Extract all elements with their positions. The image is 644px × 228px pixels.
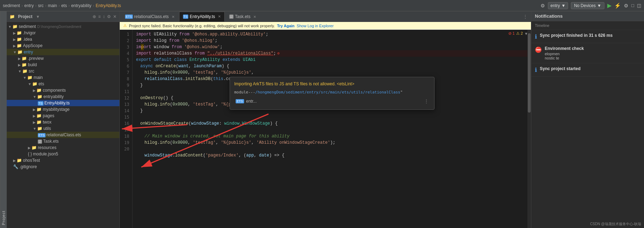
popup-path: module---/hongmengDom/sediment/entry/src… bbox=[234, 90, 430, 95]
code-line-5: export default class EntryAbility extend… bbox=[136, 57, 531, 63]
tree-item-myabilitystage[interactable]: ▶ 📁 myabilitystage bbox=[7, 106, 119, 113]
settings-icon[interactable]: ⚙ bbox=[107, 14, 111, 19]
sidebar-content: ▼ 📁 sediment D:\hongmengDom\sediment ▶ 📁… bbox=[7, 22, 119, 228]
tree-item-hvigor[interactable]: ▶ 📁 .hvigor bbox=[7, 30, 119, 36]
tree-item-gitignore[interactable]: 🔧 .gitignore bbox=[7, 164, 119, 170]
tree-item-entry[interactable]: ▼ 📁 entry bbox=[7, 49, 119, 55]
notif-title-env: Environment check bbox=[545, 46, 640, 51]
tree-item-idea[interactable]: ▶ 📁 .idea bbox=[7, 36, 119, 42]
layout-button[interactable]: □ bbox=[631, 3, 634, 8]
project-tab[interactable]: Project bbox=[0, 11, 7, 228]
breadcrumb: sediment › entry › src › main › ets › en… bbox=[3, 3, 121, 8]
warning-count: ⚠ 2 bbox=[516, 31, 523, 36]
code-line-20: windowStage.loadContent('pages/Index', (… bbox=[136, 152, 531, 159]
tree-item-utils[interactable]: ▼ 📁 utils bbox=[7, 125, 119, 132]
warning-bar: ⚠ Project sync failed. Basic functionali… bbox=[120, 22, 531, 30]
tree-item-entryability-ts[interactable]: TS EntryAbility.ts bbox=[7, 100, 119, 106]
tree-item-module-json[interactable]: { } module.json5 bbox=[7, 151, 119, 157]
root-label: sediment bbox=[19, 24, 36, 29]
sidebar-header: 📁 Project ▼ ⊕ ≡ ↕ ⚙ ✕ bbox=[7, 11, 119, 22]
notif-text-sync: Sync project started bbox=[540, 66, 640, 72]
no-devices-button[interactable]: No Devices ▼ bbox=[571, 2, 604, 9]
try-again-link[interactable]: Try Again bbox=[277, 24, 295, 28]
tab-task[interactable]: ☑ Task.ets ✕ bbox=[225, 12, 260, 22]
notif-text-env: Environment check elopmennostic te bbox=[545, 46, 640, 60]
import-error-popup: Importing ArkTS files to JS and TS files… bbox=[230, 77, 435, 110]
collapse-icon[interactable]: ≡ bbox=[98, 14, 101, 19]
sidebar: 📁 Project ▼ ⊕ ≡ ↕ ⚙ ✕ ▼ 📁 sediment D:\ho… bbox=[7, 11, 120, 228]
popup-message: Importing ArkTS files to JS and TS files… bbox=[234, 81, 430, 86]
sidebar-title: Project bbox=[18, 14, 33, 19]
error-count: ⊘ 1 bbox=[508, 31, 515, 36]
tree-item-build[interactable]: ▶ 📁 build bbox=[7, 62, 119, 68]
window-button[interactable]: ◫ bbox=[637, 3, 641, 8]
run-button[interactable]: ▶ bbox=[607, 2, 611, 9]
tab-entryability[interactable]: TS EntryAbility.ts ✕ bbox=[179, 12, 225, 22]
sidebar-actions: ⊕ ≡ ↕ ⚙ ✕ bbox=[93, 14, 117, 19]
show-log-link[interactable]: Show Log in Explorer bbox=[297, 24, 334, 28]
task-badge: ☑ bbox=[38, 139, 42, 144]
tree-item-relationalclass[interactable]: ETS relationalClass.ets bbox=[7, 132, 119, 138]
editor-tabs: ETS relationalClass.ets ✕ TS EntryAbilit… bbox=[120, 11, 531, 22]
warning-icon: ⚠ bbox=[123, 23, 127, 28]
close-icon[interactable]: ✕ bbox=[113, 14, 117, 19]
dropdown-arrow[interactable]: ▼ bbox=[36, 15, 40, 19]
code-content[interactable]: import UIAbility from '@ohos.app.ability… bbox=[132, 30, 531, 228]
code-line-1: import UIAbility from '@ohos.app.ability… bbox=[136, 31, 531, 38]
ts-badge: TS bbox=[38, 101, 43, 106]
notif-text: Sync project finished in 31 s 626 ms bbox=[540, 33, 640, 39]
notif-item-env-check: ⛔ Environment check elopmennostic te bbox=[531, 43, 644, 63]
tree-item-main[interactable]: ▼ 📁 main bbox=[7, 74, 119, 81]
warning-text: Project sync failed. Basic functionality… bbox=[129, 24, 275, 28]
code-line-6: async onCreate(want, launchParam) { bbox=[136, 63, 531, 69]
error-indicator: ⊘ 1 ⚠ 2 ▼ bbox=[508, 31, 528, 36]
editor-wrapper: ETS relationalClass.ets ✕ TS EntryAbilit… bbox=[120, 11, 531, 228]
tab-relationalclass[interactable]: ETS relationalClass.ets ✕ bbox=[121, 12, 178, 22]
code-line-19 bbox=[136, 146, 531, 152]
notif-body-env: elopmennostic te bbox=[545, 52, 640, 60]
code-line-16 bbox=[136, 127, 531, 133]
ets-badge: ETS bbox=[38, 133, 46, 137]
debug-button[interactable]: ⚡ bbox=[614, 2, 621, 9]
root-folder-icon: 📁 bbox=[12, 24, 18, 29]
code-line-14 bbox=[136, 114, 531, 120]
tree-item-entryability[interactable]: ▼ 📁 entryability bbox=[7, 93, 119, 100]
info-icon-2: ℹ bbox=[535, 67, 537, 73]
notifications-panel: Notifications Timeline ℹ Sync project fi… bbox=[531, 11, 644, 228]
sort-icon[interactable]: ↕ bbox=[103, 14, 105, 19]
notif-title: Sync project finished in 31 s 626 ms bbox=[540, 33, 640, 38]
tree-item-components[interactable]: ▶ 📁 components bbox=[7, 87, 119, 93]
tree-item-resources[interactable]: ▶ 📁 resources bbox=[7, 144, 119, 151]
profile-button[interactable]: ⚙ bbox=[624, 3, 628, 8]
editor-area: ETS relationalClass.ets ✕ TS EntryAbilit… bbox=[120, 11, 531, 228]
entry-dropdown[interactable]: entry ▼ bbox=[548, 2, 568, 9]
code-line-15: onWindowStageCreate(windowStage: window.… bbox=[136, 120, 531, 127]
code-line-17: // Main window is created, set main page… bbox=[136, 133, 531, 139]
tree-item-preview[interactable]: ▶ 📁 .preview bbox=[7, 55, 119, 62]
info-icon: ℹ bbox=[535, 33, 537, 40]
tree-item-twox[interactable]: ▶ 📁 twox bbox=[7, 119, 119, 125]
code-line-3: import window from '@ohos.window'; bbox=[136, 44, 531, 50]
add-icon[interactable]: ⊕ bbox=[93, 14, 96, 19]
expand-arrow: ▼ bbox=[8, 25, 12, 29]
code-line-4: import relationalClass from "../utils/re… bbox=[136, 50, 531, 57]
tree-item-appscope[interactable]: ▶ 📁 AppScope bbox=[7, 42, 119, 49]
scrollbar[interactable] bbox=[527, 30, 531, 228]
folder-icon: 📁 bbox=[10, 14, 15, 19]
code-line-18: hilog.info(0x0000, 'testTag', '%{public}… bbox=[136, 139, 531, 146]
tree-item-ets[interactable]: ▼ 📁 ets bbox=[7, 81, 119, 87]
code-editor: 12345 6789 11121314 151617181920 import … bbox=[120, 30, 531, 228]
code-line-7: hilog.info(0x0000, 'testTag', '%{public}… bbox=[136, 69, 531, 76]
tab-more[interactable]: ⋮ bbox=[521, 14, 530, 19]
tree-root[interactable]: ▼ 📁 sediment D:\hongmengDom\sediment bbox=[7, 23, 119, 30]
popup-entry-item: ETS entr... ⋮ bbox=[234, 97, 430, 105]
tree-item-task[interactable]: ☑ Task.ets bbox=[7, 138, 119, 144]
notif-item-sync-started: ℹ Sync project started bbox=[531, 63, 644, 76]
popup-more-icon[interactable]: ⋮ bbox=[424, 99, 429, 104]
timeline-label: Timeline bbox=[531, 21, 644, 30]
settings-icon[interactable]: ⚙ bbox=[540, 3, 545, 8]
error-icon: ⛔ bbox=[535, 46, 542, 53]
tree-item-pages[interactable]: ▶ 📁 pages bbox=[7, 113, 119, 119]
tree-item-src[interactable]: ▼ 📁 src bbox=[7, 68, 119, 74]
tree-item-ohostest[interactable]: ▶ 📁 ohosTest bbox=[7, 157, 119, 164]
